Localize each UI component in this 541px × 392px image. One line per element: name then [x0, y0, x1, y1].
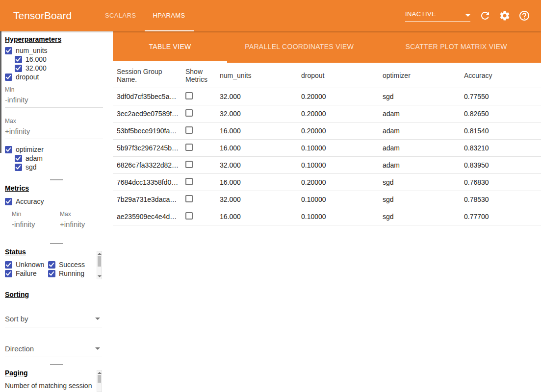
accuracy-cell: 0.82650: [460, 110, 541, 118]
checkbox-dropout[interactable]: [5, 74, 12, 81]
dropout-max-input[interactable]: [5, 124, 103, 139]
sort-by-value: Sort by: [5, 315, 28, 323]
hparam-value-row[interactable]: 16.000: [5, 55, 108, 64]
column-header-optimizer[interactable]: optimizer: [379, 72, 460, 79]
run-status-select[interactable]: INACTIVE: [405, 10, 470, 22]
view-tabs: TABLE VIEW PARALLEL COORDINATES VIEW SCA…: [113, 31, 541, 63]
checkbox-optimizer-adam[interactable]: [15, 155, 22, 162]
hparam-value-label: 32.000: [26, 64, 47, 72]
scrollbar-thumb[interactable]: [98, 375, 101, 383]
column-header-session-group-name[interactable]: Session Group Name.: [113, 68, 181, 83]
table-row: ae235909ec4e4d… 16.000 0.10000 sgd 0.777…: [113, 208, 541, 225]
session-group-name-cell: 6826c7fa3322d82…: [113, 161, 181, 169]
tab-parallel-coordinates-view[interactable]: PARALLEL COORDINATES VIEW: [227, 31, 371, 63]
checkbox-status-failure[interactable]: [5, 270, 12, 277]
metric-label-accuracy: Accuracy: [16, 197, 44, 205]
section-resize-handle[interactable]: [50, 243, 63, 244]
dropout-cell: 0.20000: [297, 127, 379, 135]
direction-select[interactable]: Direction: [5, 342, 102, 357]
help-button[interactable]: [518, 10, 530, 22]
hyperparameters-heading: Hyperparameters: [5, 35, 108, 43]
accuracy-min-label: Min: [12, 211, 50, 218]
show-metrics-checkbox[interactable]: [185, 195, 193, 202]
status-option-unknown[interactable]: Unknown: [5, 260, 48, 269]
column-header-num-units[interactable]: num_units: [216, 72, 297, 79]
dropout-min-input[interactable]: [5, 93, 103, 108]
scroll-up-icon[interactable]: [98, 253, 102, 255]
sort-by-select[interactable]: Sort by: [5, 312, 102, 327]
show-metrics-cell: [181, 144, 216, 152]
column-header-accuracy[interactable]: Accuracy: [460, 72, 541, 79]
show-metrics-cell: [181, 212, 216, 221]
hparam-value-row[interactable]: sgd: [5, 163, 108, 172]
checkbox-optimizer-sgd[interactable]: [15, 164, 22, 171]
refresh-button[interactable]: [479, 10, 491, 22]
hparam-row-num-units[interactable]: num_units: [5, 46, 108, 55]
show-metrics-checkbox[interactable]: [185, 126, 193, 134]
checkbox-num-units-32[interactable]: [15, 65, 22, 72]
show-metrics-cell: [181, 178, 216, 187]
status-options-list: Unknown Success Failure Running: [5, 260, 108, 282]
hparam-row-dropout[interactable]: dropout: [5, 73, 108, 81]
show-metrics-checkbox[interactable]: [185, 144, 193, 151]
settings-button[interactable]: [499, 10, 511, 22]
checkbox-status-running[interactable]: [48, 270, 55, 277]
hparam-value-label: sgd: [26, 163, 37, 171]
session-group-name-cell: 7b29a731e3daca…: [113, 196, 181, 203]
optimizer-cell: adam: [379, 127, 460, 135]
accuracy-cell: 0.76830: [460, 178, 541, 186]
metric-row-accuracy[interactable]: Accuracy: [5, 197, 108, 206]
matching-groups-summary: Number of matching session groups: 8: [5, 381, 96, 392]
show-metrics-checkbox[interactable]: [185, 92, 193, 99]
show-metrics-checkbox[interactable]: [185, 212, 193, 220]
tab-scatter-plot-matrix-view[interactable]: SCATTER PLOT MATRIX VIEW: [371, 31, 541, 63]
hparam-row-optimizer[interactable]: optimizer: [5, 145, 108, 154]
hparams-sidebar: Hyperparameters num_units 16.000 32.000 …: [0, 31, 113, 392]
tab-hparams[interactable]: HPARAMS: [145, 0, 194, 31]
checkbox-accuracy[interactable]: [5, 198, 12, 205]
optimizer-cell: sgd: [379, 213, 460, 220]
section-hyperparameters: Hyperparameters num_units 16.000 32.000 …: [0, 35, 113, 172]
status-option-label: Success: [59, 261, 85, 269]
section-resize-handle[interactable]: [50, 179, 63, 180]
status-scrollbar[interactable]: [97, 251, 102, 279]
tab-table-view[interactable]: TABLE VIEW: [113, 31, 227, 63]
show-metrics-cell: [181, 126, 216, 135]
table-row: 53bf5bece9190fa… 16.000 0.20000 adam 0.8…: [113, 122, 541, 140]
tab-scalars[interactable]: SCALARS: [97, 0, 145, 31]
section-resize-handle[interactable]: [50, 364, 63, 365]
paging-scrollbar[interactable]: [97, 370, 102, 392]
accuracy-min-input[interactable]: [12, 218, 50, 232]
scrollbar-thumb[interactable]: [98, 256, 101, 267]
checkbox-num-units[interactable]: [5, 47, 12, 54]
show-metrics-checkbox[interactable]: [185, 161, 193, 168]
hparam-value-row[interactable]: adam: [5, 154, 108, 163]
accuracy-max-input[interactable]: [60, 218, 98, 232]
checkbox-status-success[interactable]: [48, 261, 55, 269]
show-metrics-checkbox[interactable]: [185, 109, 193, 117]
table-row: 7b29a731e3daca… 32.000 0.10000 sgd 0.785…: [113, 191, 541, 208]
column-header-show-metrics[interactable]: Show Metrics: [181, 68, 216, 83]
scroll-down-icon[interactable]: [98, 275, 102, 277]
num-units-cell: 32.000: [216, 110, 297, 118]
show-metrics-checkbox[interactable]: [185, 178, 193, 185]
checkbox-num-units-16[interactable]: [15, 56, 22, 63]
checkbox-status-unknown[interactable]: [5, 261, 12, 269]
status-option-label: Unknown: [16, 261, 44, 269]
refresh-icon: [479, 10, 491, 22]
app-title: TensorBoard: [13, 10, 72, 22]
scroll-up-icon[interactable]: [98, 372, 102, 374]
column-header-dropout[interactable]: dropout: [297, 72, 379, 79]
accuracy-cell: 0.77550: [460, 93, 541, 100]
section-metrics: Metrics Accuracy Min Max: [0, 184, 113, 232]
status-option-failure[interactable]: Failure: [5, 269, 48, 278]
sidebar-scrollbar[interactable]: [0, 31, 1, 153]
table-body: 3df0d7cf35bec5a… 32.000 0.20000 sgd 0.77…: [113, 88, 541, 225]
chevron-down-icon: [95, 347, 100, 352]
checkbox-optimizer[interactable]: [5, 146, 12, 153]
session-groups-table: Session Group Name. Show Metrics num_uni…: [113, 63, 541, 225]
dropout-cell: 0.20000: [297, 178, 379, 186]
hparam-value-row[interactable]: 32.000: [5, 64, 108, 73]
optimizer-cell: adam: [379, 144, 460, 152]
hparam-value-label: 16.000: [26, 55, 47, 63]
